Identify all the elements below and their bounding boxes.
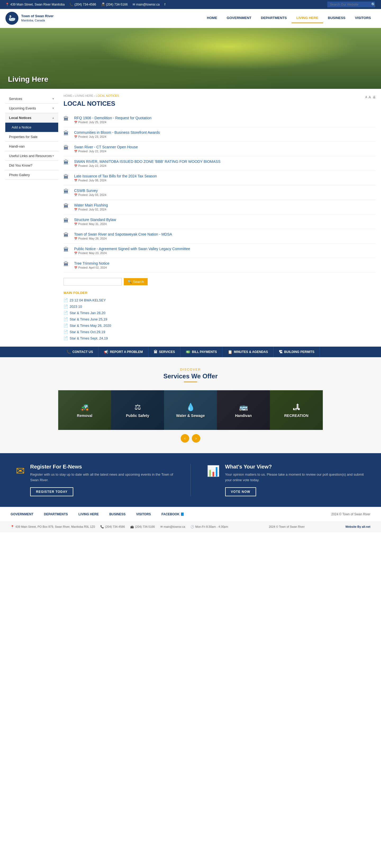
nav-home[interactable]: HOME xyxy=(202,13,222,23)
notices-search-input[interactable] xyxy=(63,278,122,285)
file-item: 📄 Star & Times Oct.29,19 xyxy=(63,329,376,335)
footer-phone: 📞 (204) 734-4586 xyxy=(100,525,125,529)
sidebar-item-add-notice[interactable]: Add a Notice xyxy=(5,123,58,132)
sidebar-item-useful-links[interactable]: Useful Links and Resources ▼ xyxy=(5,151,58,161)
notice-title[interactable]: RFQ 1906 - Demolition - Request for Quot… xyxy=(74,116,152,120)
footer-nav-link[interactable]: Facebook 📘 xyxy=(162,513,184,516)
bottom-nav-item[interactable]: 📞CONTACT US xyxy=(61,347,99,357)
card-label: Removal xyxy=(77,413,92,418)
register-button[interactable]: REGISTER TODAY xyxy=(30,487,73,496)
notice-date: Posted: May 28, 2024 xyxy=(74,237,172,240)
service-card[interactable]: 🏞 RECREATION xyxy=(270,390,323,430)
file-link[interactable]: Star & Times Sept. 24,19 xyxy=(69,336,108,340)
file-icon: 📄 xyxy=(63,311,68,315)
notice-bank-icon: 🏛 xyxy=(63,218,71,225)
bottom-nav-item[interactable]: 🏛SERVICES xyxy=(148,347,180,357)
notice-title[interactable]: Water Main Flushing xyxy=(74,203,108,207)
nav-business[interactable]: BUSINESS xyxy=(323,13,350,23)
file-icon: 📄 xyxy=(63,298,68,302)
sidebar-item-handivan[interactable]: Handi-van xyxy=(5,142,58,151)
search-icon[interactable]: 🔍 xyxy=(371,2,376,7)
enews-title: Register For E-News xyxy=(30,464,175,470)
bottom-nav-item[interactable]: 📋MINUTES & AGENDAS xyxy=(223,347,273,357)
poll-text: Your opinion matters to us. Please take … xyxy=(225,472,365,483)
search-button[interactable]: 🔍 Search xyxy=(124,278,148,285)
footer-nav-link[interactable]: LIVING HERE xyxy=(78,513,99,516)
services-title: Services We Offer xyxy=(5,373,376,380)
file-list: 📄 23 12 04 BWA KELSEY 📄 2023 10 📄 Star &… xyxy=(63,297,376,341)
file-link[interactable]: 23 12 04 BWA KELSEY xyxy=(69,298,106,302)
service-card[interactable]: 🚌 Handivan xyxy=(217,390,270,430)
notice-title[interactable]: SWAN RIVER, MANITOBA ISSUED BDO ZONE 'BB… xyxy=(74,159,221,164)
font-medium[interactable]: A xyxy=(369,95,371,99)
email-info: ✉ main@townsr.ca xyxy=(133,3,160,6)
card-label: Water & Sewage xyxy=(176,413,205,418)
notice-item: 🏛 SWAN RIVER, MANITOBA ISSUED BDO ZONE '… xyxy=(63,156,376,171)
footer-nav-link[interactable]: VISITORS xyxy=(136,513,151,516)
carousel-next[interactable]: › xyxy=(192,434,200,443)
file-link[interactable]: Star & Times June 25,19 xyxy=(69,317,107,321)
search-input[interactable] xyxy=(327,2,375,7)
notice-title[interactable]: Late Issuance of Tax Bills for the 2024 … xyxy=(74,174,157,178)
page-title: LOCAL NOTICES xyxy=(63,100,376,107)
chevron-icon: ▲ xyxy=(52,116,55,119)
nav-label: REPORT A PROBLEM xyxy=(110,350,143,354)
carousel-prev[interactable]: ‹ xyxy=(181,434,189,443)
file-link[interactable]: Star & Times Jan 28,20 xyxy=(69,311,105,315)
top-bar-search: 🔍 xyxy=(327,2,376,7)
sidebar-item-photo-gallery[interactable]: Photo Gallery xyxy=(5,170,58,180)
sidebar-item-properties[interactable]: Properties for Sale xyxy=(5,132,58,142)
notice-item: 🏛 CSWB Survey Posted: July 03, 2024 xyxy=(63,185,376,200)
breadcrumb-row: HOME › LIVING HERE › LOCAL NOTICES A A 🖨 xyxy=(63,94,376,100)
folder-label: MAIN FOLDER xyxy=(63,291,376,295)
hero-background xyxy=(0,28,381,89)
notice-title[interactable]: Communities in Bloom - Business Storefro… xyxy=(74,130,160,134)
notice-title[interactable]: Swan River - CT Scanner Open House xyxy=(74,145,138,149)
bottom-nav-item[interactable]: 💵BILL PAYMENTS xyxy=(180,347,222,357)
footer-nav-copy: 2024 © Town of Swan River xyxy=(331,513,371,516)
notices-list: 🏛 RFQ 1906 - Demolition - Request for Qu… xyxy=(63,113,376,273)
nav-icon: 📞 xyxy=(66,350,71,354)
service-card[interactable]: 💧 Water & Sewage xyxy=(164,390,217,430)
notice-date: Posted: July 03, 2024 xyxy=(74,193,106,196)
notice-item: 🏛 Town of Swan River and Sapotaweyak Cre… xyxy=(63,229,376,244)
footer-nav-link[interactable]: GOVERNMENT xyxy=(10,513,33,516)
file-item: 📄 Star & Times Jan 28,20 xyxy=(63,310,376,316)
file-item: 📄 23 12 04 BWA KELSEY xyxy=(63,297,376,303)
logo-text: Town of Swan River Manitoba, Canada xyxy=(21,14,54,22)
font-small[interactable]: A xyxy=(365,96,367,99)
nav-visitors[interactable]: VISITORS xyxy=(350,13,376,23)
notice-title[interactable]: Public Notice - Agreement Signed with Sw… xyxy=(74,247,190,251)
sidebar-item-services[interactable]: Services ▼ xyxy=(5,94,58,104)
search-icon: 🔍 xyxy=(127,280,132,284)
nav-living-here[interactable]: LIVING HERE xyxy=(292,13,323,23)
sidebar-item-did-you-know[interactable]: Did You Know? xyxy=(5,161,58,170)
file-link[interactable]: Star & Times May 26, 2020 xyxy=(69,323,111,328)
footer-nav-link[interactable]: BUSINESS xyxy=(109,513,125,516)
notice-title[interactable]: Town of Swan River and Sapotaweyak Cree … xyxy=(74,232,172,236)
notice-item: 🏛 Public Notice - Agreement Signed with … xyxy=(63,244,376,258)
notice-title[interactable]: CSWB Survey xyxy=(74,188,106,193)
vote-button[interactable]: VOTE NOW xyxy=(225,487,256,496)
file-link[interactable]: Star & Times Oct.29,19 xyxy=(69,330,105,334)
hero-title: Living Here xyxy=(8,75,48,84)
nav-departments[interactable]: DEPARTMENTS xyxy=(256,13,292,23)
notice-title[interactable]: Structure Standard Bylaw xyxy=(74,218,116,222)
bottom-nav-item[interactable]: 🏗BUILDING PERMITS xyxy=(273,347,320,357)
service-card[interactable]: ⚖ Public Safety xyxy=(111,390,164,430)
nav-government[interactable]: GOVERNMENT xyxy=(222,13,256,23)
facebook-icon[interactable]: f xyxy=(164,3,165,6)
file-link[interactable]: 2023 10 xyxy=(69,305,82,309)
bottom-nav-item[interactable]: 📢REPORT A PROBLEM xyxy=(98,347,148,357)
breadcrumb-home[interactable]: HOME xyxy=(63,94,72,97)
breadcrumb-parent[interactable]: LIVING HERE xyxy=(75,94,93,97)
print-icon[interactable]: 🖨 xyxy=(373,95,376,99)
sidebar-item-local-notices[interactable]: Local Notices ▲ xyxy=(5,113,58,123)
footer-nav-link[interactable]: DEPARTMENTS xyxy=(44,513,68,516)
nav-icon: 🏛 xyxy=(154,350,157,354)
footer-email: ✉ main@townsr.ca xyxy=(160,525,185,529)
notice-title[interactable]: Tree Trimming Notice xyxy=(74,261,109,266)
sidebar-item-upcoming-events[interactable]: Upcoming Events ▼ xyxy=(5,104,58,113)
service-card[interactable]: 🚜 Removal xyxy=(58,390,111,430)
hero-banner: Living Here xyxy=(0,28,381,89)
